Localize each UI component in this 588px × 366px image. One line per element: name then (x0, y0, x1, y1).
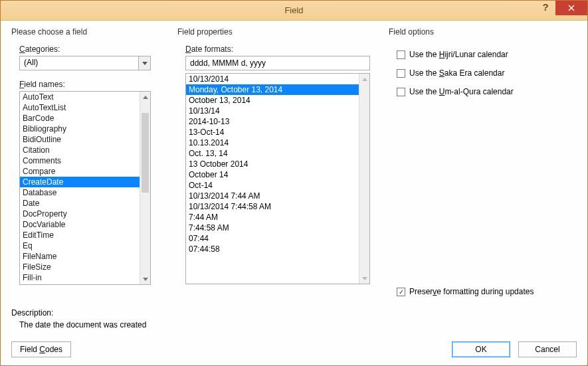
option-checkbox-row[interactable]: Use the Saka Era calendar (397, 68, 577, 78)
list-item[interactable]: EditTime (20, 230, 140, 240)
option-label: Use the Saka Era calendar (409, 68, 504, 78)
list-item[interactable]: DocProperty (20, 209, 140, 219)
scroll-down-icon[interactable] (359, 273, 369, 284)
description-section: Description: The date the document was c… (11, 308, 577, 329)
checkbox[interactable] (397, 69, 405, 78)
list-item[interactable]: 7:44 AM (186, 212, 359, 223)
list-item[interactable]: Eq (20, 240, 140, 251)
field-options-panel: Field options Use the Hijri/Lunar calend… (389, 27, 577, 296)
preserve-formatting-checkbox-row[interactable]: Preserve formatting during updates (397, 287, 577, 296)
scroll-track[interactable] (359, 84, 369, 273)
chevron-down-icon (138, 56, 150, 70)
list-item[interactable]: Database (20, 187, 140, 198)
preserve-formatting-checkbox[interactable] (397, 288, 405, 296)
list-item[interactable]: October 14 (186, 169, 359, 180)
list-item[interactable]: Comments (20, 155, 140, 166)
list-item[interactable]: 10/13/2014 7:44 AM (186, 191, 359, 201)
list-item[interactable]: 10/13/2014 7:44:58 AM (186, 201, 359, 212)
date-formats-label: Date formats: (185, 45, 377, 54)
list-item[interactable]: Oct. 13, 14 (186, 148, 359, 159)
scroll-track[interactable] (140, 102, 150, 274)
titlebar: Field ? (1, 1, 587, 21)
list-item[interactable]: 2014-10-13 (186, 116, 359, 127)
option-label: Use the Um-al-Qura calendar (409, 87, 514, 96)
cancel-button[interactable]: Cancel (518, 341, 577, 357)
categories-combo[interactable]: (All) (19, 56, 151, 70)
checkbox[interactable] (397, 88, 405, 96)
description-text: The date the document was created (19, 320, 577, 329)
list-item[interactable]: BarCode (20, 113, 140, 124)
list-item[interactable]: 10.13.2014 (186, 137, 359, 148)
window-title: Field (1, 5, 587, 15)
choose-field-panel: Please choose a field Categories: (All) … (11, 27, 165, 296)
list-item[interactable]: FileSize (20, 262, 140, 272)
dialog-body: Please choose a field Categories: (All) … (1, 21, 587, 365)
list-item[interactable]: Bibliography (20, 124, 140, 134)
date-formats-list[interactable]: 10/13/2014Monday, October 13, 2014Octobe… (185, 73, 370, 284)
option-checkbox-row[interactable]: Use the Hijri/Lunar calendar (397, 50, 577, 59)
list-item[interactable]: Compare (20, 166, 140, 177)
list-item[interactable]: 13-Oct-14 (186, 127, 359, 137)
window-controls: ? (536, 1, 587, 15)
option-label: Use the Hijri/Lunar calendar (409, 50, 508, 59)
list-item[interactable]: CreateDate (20, 177, 140, 187)
list-item[interactable]: DocVariable (20, 219, 140, 230)
list-item[interactable]: Citation (20, 145, 140, 155)
choose-field-label: Please choose a field (11, 27, 165, 37)
categories-label: Categories: (19, 45, 165, 54)
scrollbar[interactable] (140, 92, 150, 284)
field-codes-button[interactable]: Field Codes (11, 341, 71, 357)
columns: Please choose a field Categories: (All) … (11, 27, 577, 296)
close-button[interactable] (555, 1, 587, 15)
field-properties-panel: Field properties Date formats: 10/13/201… (177, 27, 377, 296)
list-item[interactable]: AutoTextList (20, 102, 140, 113)
scrollbar[interactable] (359, 74, 369, 284)
ok-button[interactable]: OK (452, 341, 510, 357)
field-properties-label: Field properties (177, 27, 377, 37)
list-item[interactable]: Oct-14 (186, 180, 359, 191)
field-dialog: Field ? Please choose a field Categories… (0, 0, 588, 366)
list-item[interactable]: Date (20, 198, 140, 209)
date-format-input[interactable] (185, 56, 370, 70)
list-item[interactable]: 7:44:58 AM (186, 223, 359, 233)
field-names-label: Field names: (19, 80, 165, 89)
list-item[interactable]: AutoText (20, 92, 140, 102)
list-item[interactable]: 13 October 2014 (186, 159, 359, 169)
checkbox[interactable] (397, 50, 405, 59)
help-button[interactable]: ? (536, 1, 555, 15)
field-options-label: Field options (389, 27, 577, 37)
close-icon (568, 5, 575, 11)
list-item[interactable]: 10/13/14 (186, 106, 359, 116)
list-item[interactable]: October 13, 2014 (186, 95, 359, 106)
list-item[interactable]: BidiOutline (20, 134, 140, 145)
description-label: Description: (11, 308, 577, 318)
scroll-down-icon[interactable] (140, 274, 150, 284)
scroll-up-icon[interactable] (359, 74, 369, 84)
list-item[interactable]: Fill-in (20, 272, 140, 283)
scroll-thumb[interactable] (142, 113, 149, 193)
list-item[interactable]: 07:44:58 (186, 244, 359, 254)
field-names-list[interactable]: AutoTextAutoTextListBarCodeBibliographyB… (19, 91, 151, 285)
preserve-formatting-label: Preserve formatting during updates (409, 287, 534, 296)
list-item[interactable]: 10/13/2014 (186, 74, 359, 84)
list-item[interactable]: Monday, October 13, 2014 (186, 84, 359, 95)
scroll-up-icon[interactable] (140, 92, 150, 102)
footer: Field Codes OK Cancel (11, 341, 577, 357)
categories-value: (All) (20, 56, 138, 70)
list-item[interactable]: FileName (20, 251, 140, 262)
option-checkbox-row[interactable]: Use the Um-al-Qura calendar (397, 87, 577, 96)
list-item[interactable]: 07:44 (186, 233, 359, 244)
